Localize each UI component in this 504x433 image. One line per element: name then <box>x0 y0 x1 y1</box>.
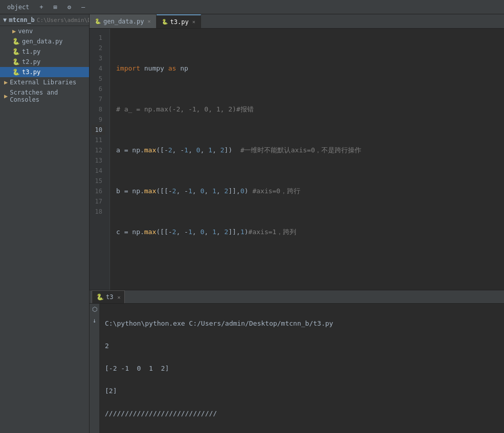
terminal-content[interactable]: C:\python\python.exe C:/Users/admin/Desk… <box>100 304 504 433</box>
toolbar: object + ⊞ ⚙ — <box>0 0 504 14</box>
python-file-icon: 🐍 <box>12 58 20 65</box>
code-text-3: a = np.max([-2, -1, 0, 1, 2]) #一维时不能默认ax… <box>114 145 361 155</box>
folder-icon: ▶ <box>4 93 8 100</box>
line-num-12: 12 <box>92 145 105 155</box>
code-text-6 <box>114 268 120 278</box>
line-num-8: 8 <box>92 104 105 115</box>
tab-bar: 🐍 gen_data.py ✕ 🐍 t3.py ✕ <box>90 14 504 29</box>
terminal-line-4: [2] <box>105 385 499 397</box>
tab-label: t3.py <box>170 18 189 26</box>
python-file-icon: 🐍 <box>12 69 20 76</box>
code-line-4: b = np.max([[-2, -1, 0, 1, 2]],0) #axis=… <box>114 186 504 196</box>
sidebar-item-external-libs[interactable]: ▶ External Libraries <box>0 77 89 87</box>
line-num-3: 3 <box>92 53 105 63</box>
code-line-2: # a_ = np.max(-2, -1, 0, 1, 2)#报错 <box>114 104 504 115</box>
folder-icon: ▶ <box>4 79 8 86</box>
line-num-15: 15 <box>92 176 105 186</box>
terminal-line-1: C:\python\python.exe C:/Users/admin/Desk… <box>105 318 499 329</box>
line-num-6: 6 <box>92 84 105 94</box>
line-num-16: 16 <box>92 186 105 196</box>
main-area: ▼ mtcnn_b C:\Users\admin\Des... ▶ venv 🐍… <box>0 14 504 433</box>
project-path: C:\Users\admin\Des... <box>37 17 90 24</box>
line-num-17: 17 <box>92 196 105 207</box>
sidebar-item-t3[interactable]: 🐍 t3.py <box>0 67 89 77</box>
python-file-icon: 🐍 <box>12 38 20 45</box>
line-num-9: 9 <box>92 115 105 125</box>
add-btn[interactable]: + <box>36 3 46 12</box>
sidebar-item-label: venv <box>18 28 33 35</box>
sidebar-item-label: t1.py <box>22 48 40 55</box>
code-text-1: import numpy as np <box>114 63 188 74</box>
code-text-5: c = np.max([[-2, -1, 0, 1, 2]],1)#axis=1… <box>114 227 296 237</box>
code-text-4: b = np.max([[-2, -1, 0, 1, 2]],0) #axis=… <box>114 186 300 196</box>
terminal-line-6: 9 <box>105 430 499 433</box>
sidebar-item-label: gen_data.py <box>22 38 62 45</box>
sidebar-item-gen-data[interactable]: 🐍 gen_data.py <box>0 36 89 47</box>
terminal-side-icon-1[interactable]: ⬡ <box>92 306 97 313</box>
terminal-line-5: //////////////////////////// <box>105 408 499 419</box>
folder-icon: ▶ <box>12 28 16 35</box>
terminal-tab-bar: 🐍 t3 ✕ <box>90 290 504 304</box>
minimize-btn[interactable]: — <box>78 3 88 12</box>
terminal-tab-icon: 🐍 <box>96 293 104 301</box>
code-line-5: c = np.max([[-2, -1, 0, 1, 2]],1)#axis=1… <box>114 227 504 237</box>
sidebar-item-label: External Libraries <box>10 79 76 86</box>
line-num-14: 14 <box>92 166 105 176</box>
code-content[interactable]: import numpy as np # a_ = np.max(-2, -1,… <box>110 29 504 290</box>
editor-area: 🐍 gen_data.py ✕ 🐍 t3.py ✕ 1 2 3 4 5 6 7 … <box>90 14 504 433</box>
line-num-18: 18 <box>92 207 105 217</box>
line-numbers: 1 2 3 4 5 6 7 8 9 10 11 12 13 14 15 16 1… <box>90 29 110 290</box>
settings-btn[interactable]: ⚙ <box>64 3 74 12</box>
sidebar-item-label: Scratches and Consoles <box>10 89 85 103</box>
sidebar-item-scratches[interactable]: ▶ Scratches and Consoles <box>0 87 89 105</box>
code-line-1: import numpy as np <box>114 63 504 74</box>
code-editor[interactable]: 1 2 3 4 5 6 7 8 9 10 11 12 13 14 15 16 1… <box>90 29 504 290</box>
code-line-3: a = np.max([-2, -1, 0, 1, 2]) #一维时不能默认ax… <box>114 145 504 155</box>
terminal-content-wrapper: ⬡ ↓ C:\python\python.exe C:/Users/admin/… <box>90 304 504 433</box>
sidebar-items: ▶ venv 🐍 gen_data.py 🐍 t1.py 🐍 t2.py 🐍 t <box>0 26 89 433</box>
terminal-tab-t3[interactable]: 🐍 t3 ✕ <box>92 290 125 303</box>
tab-close-gen-data[interactable]: ✕ <box>147 18 150 24</box>
sidebar: ▼ mtcnn_b C:\Users\admin\Des... ▶ venv 🐍… <box>0 14 90 433</box>
terminal-line-2: 2 <box>105 340 499 352</box>
line-num-10: 10 <box>92 125 105 135</box>
tab-label: gen_data.py <box>103 18 144 25</box>
tab-file-icon: 🐍 <box>162 19 168 25</box>
terminal-line-3: [-2 -1 0 1 2] <box>105 363 499 374</box>
project-name: mtcnn_b <box>9 16 35 24</box>
project-header[interactable]: ▼ mtcnn_b C:\Users\admin\Des... <box>0 14 89 26</box>
line-num-1: 1 <box>92 33 105 43</box>
terminal-sidebar-icons: ⬡ ↓ <box>90 304 100 433</box>
line-num-13: 13 <box>92 155 105 166</box>
project-menu[interactable]: object <box>4 3 32 12</box>
sidebar-item-t1[interactable]: 🐍 t1.py <box>0 47 89 57</box>
tab-gen-data[interactable]: 🐍 gen_data.py ✕ <box>90 14 157 28</box>
sidebar-item-t2[interactable]: 🐍 t2.py <box>0 57 89 67</box>
line-num-7: 7 <box>92 94 105 104</box>
sidebar-item-venv[interactable]: ▶ venv <box>0 26 89 36</box>
tab-close-t3[interactable]: ✕ <box>192 19 195 25</box>
terminal-tab-label: t3 <box>106 293 113 301</box>
line-num-2: 2 <box>92 43 105 53</box>
tab-file-icon: 🐍 <box>95 18 101 24</box>
python-file-icon: 🐍 <box>12 48 20 55</box>
tab-t3[interactable]: 🐍 t3.py ✕ <box>157 14 201 28</box>
sidebar-item-label: t2.py <box>22 58 40 65</box>
code-line-6 <box>114 268 504 278</box>
line-num-4: 4 <box>92 63 105 74</box>
terminal-area: 🐍 t3 ✕ ⬡ ↓ C:\python\python.exe C:/Users… <box>90 290 504 433</box>
line-num-5: 5 <box>92 74 105 84</box>
layout-btn[interactable]: ⊞ <box>51 3 60 12</box>
terminal-side-icon-2[interactable]: ↓ <box>93 317 96 324</box>
code-text-2: # a_ = np.max(-2, -1, 0, 1, 2)#报错 <box>114 104 254 115</box>
sidebar-item-label: t3.py <box>22 69 40 76</box>
project-arrow-icon: ▼ <box>3 16 7 24</box>
line-num-11: 11 <box>92 135 105 145</box>
terminal-tab-close[interactable]: ✕ <box>117 294 120 300</box>
